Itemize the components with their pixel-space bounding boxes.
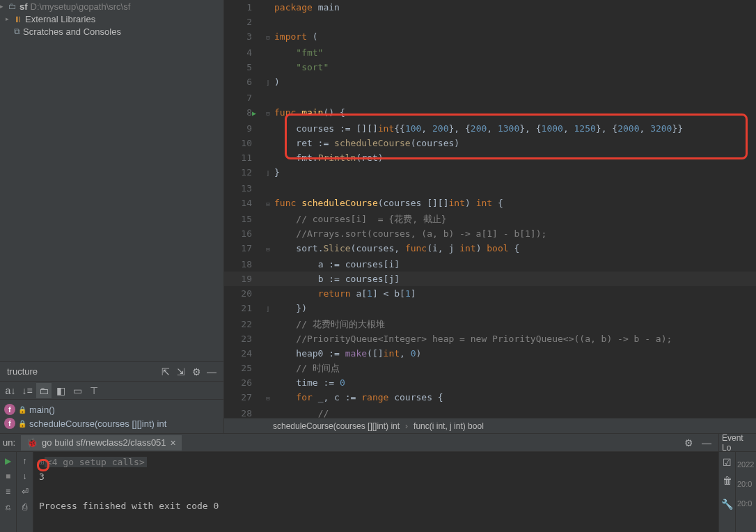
fold-gutter[interactable] bbox=[262, 91, 274, 105]
code-line[interactable]: ret := scheduleCourse(courses) bbox=[274, 136, 756, 150]
layout-icon[interactable]: ≡ bbox=[2, 485, 15, 498]
line-number[interactable]: 8 bbox=[224, 105, 252, 121]
trash-icon[interactable]: 🗑 bbox=[720, 473, 735, 488]
line-number[interactable]: 1 bbox=[224, 0, 252, 15]
line-number[interactable]: 6 bbox=[224, 75, 252, 91]
fold-gutter[interactable] bbox=[262, 45, 274, 60]
scratches-consoles[interactable]: ⧉ Scratches and Consoles bbox=[0, 25, 223, 38]
code-line[interactable]: "sort" bbox=[274, 60, 756, 75]
fold-gutter[interactable] bbox=[262, 317, 274, 331]
gutter-run[interactable] bbox=[252, 181, 262, 196]
code-line[interactable]: // courses[i] = {花费, 截止} bbox=[274, 212, 756, 226]
gutter-run[interactable] bbox=[252, 346, 262, 361]
fold-gutter[interactable]: ⊟ bbox=[262, 196, 274, 212]
line-number[interactable]: 23 bbox=[224, 331, 252, 346]
gear-icon[interactable]: ⚙ bbox=[681, 435, 696, 451]
line-number[interactable]: 3 bbox=[224, 29, 252, 45]
gutter-run[interactable] bbox=[252, 406, 262, 418]
line-number[interactable]: 17 bbox=[224, 241, 252, 257]
fold-gutter[interactable] bbox=[262, 257, 274, 272]
code-line[interactable]: time := 0 bbox=[274, 375, 756, 390]
down-icon[interactable]: ↓ bbox=[19, 470, 31, 483]
gutter-run[interactable] bbox=[252, 226, 262, 241]
code-line[interactable]: func scheduleCourse(courses [][]int) int… bbox=[274, 196, 756, 212]
code-line[interactable]: sort.Slice(courses, func(i, j int) bool … bbox=[274, 241, 756, 257]
line-number[interactable]: 5 bbox=[224, 60, 252, 75]
line-number[interactable]: 21 bbox=[224, 301, 252, 317]
code-line[interactable]: b := courses[j] bbox=[274, 272, 756, 286]
code-line[interactable]: fmt.Println(ret) bbox=[274, 150, 756, 165]
lambda-icon[interactable]: ⊤ bbox=[86, 383, 102, 398]
checkbox-icon[interactable]: ☑ bbox=[720, 455, 735, 470]
gutter-run[interactable] bbox=[252, 0, 262, 15]
code-line[interactable] bbox=[274, 15, 756, 29]
gutter-run[interactable] bbox=[252, 29, 262, 45]
setup-calls[interactable]: <4 go setup calls> bbox=[45, 457, 147, 467]
code-line[interactable]: courses := [][]int{{100, 200}, {200, 130… bbox=[274, 121, 756, 136]
gutter-run[interactable] bbox=[252, 272, 262, 286]
collapse-icon[interactable]: ⇲ bbox=[173, 364, 189, 380]
line-number[interactable]: 18 bbox=[224, 257, 252, 272]
fold-gutter[interactable]: ⌋ bbox=[262, 165, 274, 181]
code-line[interactable]: ) bbox=[274, 75, 756, 91]
code-line[interactable]: //Arrays.sort(courses, (a, b) -> a[1] - … bbox=[274, 226, 756, 241]
fold-gutter[interactable] bbox=[262, 60, 274, 75]
line-number[interactable]: 16 bbox=[224, 226, 252, 241]
gutter-run[interactable] bbox=[252, 15, 262, 29]
fold-gutter[interactable]: ⊟ bbox=[262, 29, 274, 45]
code-line[interactable]: a := courses[i] bbox=[274, 257, 756, 272]
code-content[interactable]: 1package main23⊟import (4 "fmt"5 "sort"6… bbox=[224, 0, 756, 418]
gutter-run[interactable] bbox=[252, 301, 262, 317]
breadcrumb-func[interactable]: scheduleCourse(courses [][]int) int bbox=[273, 421, 400, 431]
gutter-run[interactable]: ▶ bbox=[252, 105, 262, 121]
line-number[interactable]: 26 bbox=[224, 375, 252, 390]
fold-gutter[interactable]: ⌋ bbox=[262, 75, 274, 91]
gutter-run[interactable] bbox=[252, 91, 262, 105]
breadcrumb-closure[interactable]: func(i int, j int) bool bbox=[414, 421, 484, 431]
fold-gutter[interactable] bbox=[262, 226, 274, 241]
anon-icon[interactable]: ▭ bbox=[70, 383, 85, 398]
editor[interactable]: 1package main23⊟import (4 "fmt"5 "sort"6… bbox=[224, 0, 756, 433]
fold-gutter[interactable] bbox=[262, 150, 274, 165]
fold-gutter[interactable]: ⊟ bbox=[262, 105, 274, 121]
code-line[interactable]: return a[1] < b[1] bbox=[274, 286, 756, 301]
event-log-line[interactable]: 20:0 bbox=[737, 474, 755, 494]
run-config-tab[interactable]: 🐞 go build sf/newclass2/class051 × bbox=[21, 435, 182, 451]
gutter-run[interactable] bbox=[252, 257, 262, 272]
gear-icon[interactable]: ⚙ bbox=[189, 364, 204, 380]
line-number[interactable]: 12 bbox=[224, 165, 252, 181]
inherited-icon[interactable]: ◧ bbox=[53, 383, 68, 398]
line-number[interactable]: 14 bbox=[224, 196, 252, 212]
fold-gutter[interactable] bbox=[262, 361, 274, 375]
line-number[interactable]: 9 bbox=[224, 121, 252, 136]
fold-gutter[interactable] bbox=[262, 331, 274, 346]
minimize-icon[interactable]: — bbox=[204, 364, 219, 380]
line-number[interactable]: 15 bbox=[224, 212, 252, 226]
minimize-icon[interactable]: — bbox=[699, 435, 714, 451]
external-libraries[interactable]: ▸ ⫼ External Libraries bbox=[0, 13, 223, 25]
fold-gutter[interactable]: ⊟ bbox=[262, 390, 274, 406]
gutter-run[interactable] bbox=[252, 150, 262, 165]
line-number[interactable]: 13 bbox=[224, 181, 252, 196]
code-line[interactable]: // 时间点 bbox=[274, 361, 756, 375]
line-number[interactable]: 10 bbox=[224, 136, 252, 150]
line-number[interactable]: 20 bbox=[224, 286, 252, 301]
line-number[interactable]: 22 bbox=[224, 317, 252, 331]
line-number[interactable]: 28 bbox=[224, 406, 252, 418]
fold-gutter[interactable]: ⌋ bbox=[262, 301, 274, 317]
line-number[interactable]: 19 bbox=[224, 272, 252, 286]
gutter-run[interactable] bbox=[252, 136, 262, 150]
wrench-icon[interactable]: 🔧 bbox=[720, 496, 735, 512]
code-line[interactable]: // bbox=[274, 406, 756, 418]
fields-icon[interactable]: 🗀 bbox=[36, 383, 52, 398]
code-line[interactable]: package main bbox=[274, 0, 756, 15]
stop-icon[interactable]: ■ bbox=[2, 470, 15, 483]
event-log-line[interactable]: 2022 bbox=[737, 455, 755, 474]
gutter-run[interactable] bbox=[252, 286, 262, 301]
fold-gutter[interactable] bbox=[262, 0, 274, 15]
gutter-run[interactable] bbox=[252, 390, 262, 406]
fold-gutter[interactable] bbox=[262, 121, 274, 136]
code-line[interactable]: "fmt" bbox=[274, 45, 756, 60]
code-line[interactable]: for _, c := range courses { bbox=[274, 390, 756, 406]
project-root[interactable]: ▸ 🗀 sf D:\mysetup\gopath\src\sf bbox=[0, 0, 223, 13]
